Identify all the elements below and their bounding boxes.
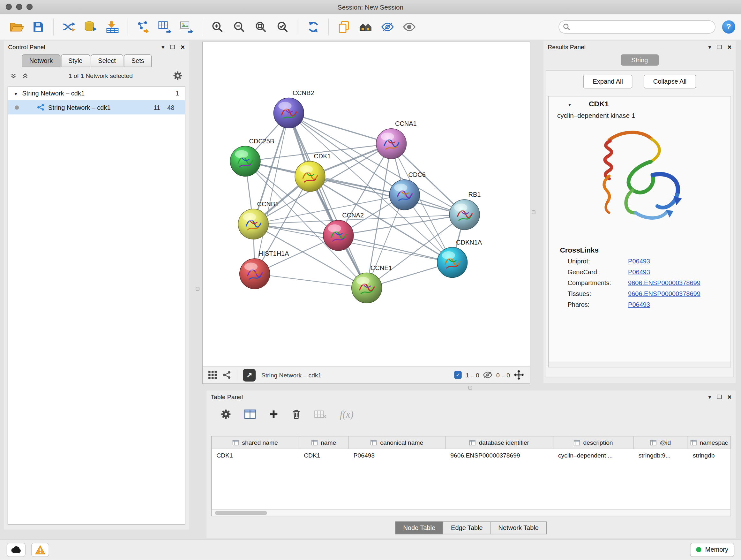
memory-button[interactable]: Memory [690,543,734,557]
uniprot-link[interactable]: P06493 [628,258,650,265]
show-columns-icon[interactable] [245,409,256,419]
cell-shared-name[interactable]: CDK1 [212,452,299,459]
zoom-out-button[interactable] [228,17,250,37]
panel-menu-caret-icon[interactable] [708,393,711,400]
selected-checkbox-icon[interactable] [454,371,462,379]
network-node-ccna1[interactable] [376,129,407,159]
splitter-handle[interactable] [196,287,199,291]
network-edge[interactable] [289,113,391,144]
column-header[interactable]: @id [634,436,688,449]
genecard-link[interactable]: P06493 [628,268,650,275]
maximize-window-button[interactable] [26,4,32,10]
network-node-cdc6[interactable] [389,180,420,210]
network-node-ccnb1[interactable] [238,209,268,240]
cell-canonical-name[interactable]: P06493 [349,452,446,459]
hide-selected-button[interactable] [377,17,398,37]
network-node-ccnb2[interactable] [273,98,304,128]
float-panel-icon[interactable] [717,395,722,399]
cell-id[interactable]: stringdb:9... [634,452,688,459]
search-input[interactable] [558,20,716,34]
network-view[interactable]: CCNB2CCNA1CDC25BCDK1CDC6RB1CCNB1CCNA2CDK… [202,42,530,384]
column-header[interactable]: namespac [688,436,731,449]
cell-name[interactable]: CDK1 [299,452,348,459]
save-session-button[interactable] [27,17,49,37]
export-image-button[interactable] [176,17,198,37]
expand-all-tree-icon[interactable] [10,72,17,78]
add-column-plus-icon[interactable] [269,409,279,419]
network-options-gear-icon[interactable] [173,71,183,80]
close-panel-icon[interactable] [181,43,185,50]
export-table-button[interactable] [154,17,176,37]
network-collection-row[interactable]: String Network – cdk1 1 [8,86,185,100]
column-header[interactable]: shared name [212,436,299,449]
network-edge[interactable] [289,113,367,288]
network-row-selected[interactable]: String Network – cdk1 11 48 [8,100,185,114]
float-panel-icon[interactable] [170,45,175,49]
splitter-handle[interactable] [468,386,472,389]
network-node-ccna2[interactable] [323,220,354,251]
pharos-link[interactable]: P06493 [628,301,650,308]
splitter-handle[interactable] [532,210,536,214]
home-button[interactable] [355,17,377,37]
expand-all-button[interactable]: Expand All [583,74,632,88]
network-node-cdk1[interactable] [295,161,325,192]
export-network-button[interactable] [132,17,154,37]
zoom-in-button[interactable] [206,17,228,37]
tissues-link[interactable]: 9606.ENSP00000378699 [628,290,700,297]
apply-layout-button[interactable] [302,17,324,37]
cell-database-identifier[interactable]: 9606.ENSP00000378699 [446,452,553,459]
show-all-button[interactable] [398,17,420,37]
table-options-gear-icon[interactable] [221,409,231,420]
cell-namespace[interactable]: stringdb [688,452,731,459]
network-node-cdc25b[interactable] [230,146,260,177]
copy-document-button[interactable] [333,17,355,37]
cell-description[interactable]: cyclin–dependent ... [553,452,634,459]
minimize-window-button[interactable] [16,4,22,10]
open-in-new-view-button[interactable] [243,368,256,381]
warnings-button[interactable] [31,543,49,557]
column-header[interactable]: description [553,436,634,449]
column-header[interactable]: canonical name [349,436,446,449]
panel-menu-caret-icon[interactable] [161,43,165,50]
tree-expand-caret-icon[interactable] [14,90,18,97]
network-edge[interactable] [255,273,367,288]
network-node-cdkn1a[interactable] [437,247,468,277]
network-node-hist1h1a[interactable] [240,259,270,289]
tab-node-table[interactable]: Node Table [395,521,443,534]
close-window-button[interactable] [6,4,12,10]
collapse-section-caret-icon[interactable] [568,100,572,108]
delete-column-trash-icon[interactable] [292,409,301,420]
network-edge[interactable] [255,113,289,273]
collapse-all-button[interactable]: Collapse All [644,74,696,88]
column-header[interactable]: name [299,436,348,449]
close-panel-icon[interactable] [727,43,731,50]
pan-crosshair-icon[interactable] [514,370,524,380]
table-horizontal-scrollbar[interactable] [212,509,731,516]
tab-network-table[interactable]: Network Table [490,521,547,534]
open-session-button[interactable] [6,17,27,37]
title-bar[interactable]: Session: New Session [0,0,741,14]
birdseye-grid-icon[interactable] [208,371,217,379]
compartments-link[interactable]: 9606.ENSP00000378699 [628,279,700,287]
import-network-file-button[interactable] [58,17,80,37]
float-panel-icon[interactable] [717,45,722,49]
zoom-fit-button[interactable] [250,17,272,37]
zoom-selected-button[interactable] [272,17,293,37]
network-node-ccne1[interactable] [352,273,382,303]
help-button[interactable] [722,20,735,34]
tab-string[interactable]: String [621,54,658,66]
scrollbar-thumb[interactable] [215,511,267,515]
import-network-database-button[interactable] [80,17,102,37]
network-canvas[interactable]: CCNB2CCNA1CDC25BCDK1CDC6RB1CCNB1CCNA2CDK… [203,42,530,366]
results-horizontal-scrollbar[interactable] [549,362,731,367]
network-edge[interactable] [338,235,452,262]
tab-network[interactable]: Network [22,54,60,67]
tab-style[interactable]: Style [61,54,90,67]
collapse-all-tree-icon[interactable] [22,72,28,78]
tab-edge-table[interactable]: Edge Table [443,521,491,534]
close-panel-icon[interactable] [727,393,731,400]
table-row[interactable]: CDK1 CDK1 P06493 9606.ENSP00000378699 cy… [212,449,731,462]
tab-select[interactable]: Select [91,54,124,67]
tab-sets[interactable]: Sets [124,54,151,67]
network-overview-share-icon[interactable] [222,371,231,379]
